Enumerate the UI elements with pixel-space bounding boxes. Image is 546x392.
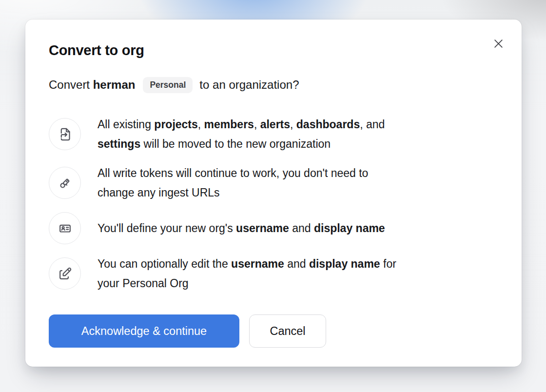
list-item: All existing projects, members, alerts, …: [49, 115, 498, 154]
file-export-icon: [49, 118, 81, 150]
button-row: Acknowledge & continue Cancel: [49, 314, 498, 348]
bullet-text: All write tokens will continue to work, …: [98, 163, 368, 202]
edit-icon: [49, 257, 81, 290]
bullet-text: All existing projects, members, alerts, …: [98, 115, 385, 154]
dialog-title: Convert to org: [49, 42, 498, 59]
convert-to-org-dialog: Convert to org Convert herman Personal t…: [25, 20, 522, 367]
dialog-question: Convert herman Personal to an organizati…: [49, 76, 498, 94]
question-prefix: Convert herman: [49, 76, 135, 94]
list-item: You can optionally edit the username and…: [49, 254, 498, 293]
bullet-text: You can optionally edit the username and…: [98, 254, 396, 293]
bullet-list: All existing projects, members, alerts, …: [49, 115, 498, 293]
close-button[interactable]: [491, 38, 505, 51]
personal-badge: Personal: [143, 77, 193, 93]
close-icon: [492, 38, 505, 51]
cancel-button[interactable]: Cancel: [249, 314, 326, 348]
key-icon: [49, 167, 81, 199]
list-item: All write tokens will continue to work, …: [49, 163, 498, 202]
list-item: You'll define your new org's username an…: [49, 212, 498, 244]
bullet-text: You'll define your new org's username an…: [98, 218, 385, 238]
id-card-icon: [49, 212, 81, 244]
question-suffix: to an organization?: [199, 76, 299, 94]
acknowledge-continue-button[interactable]: Acknowledge & continue: [49, 314, 239, 348]
